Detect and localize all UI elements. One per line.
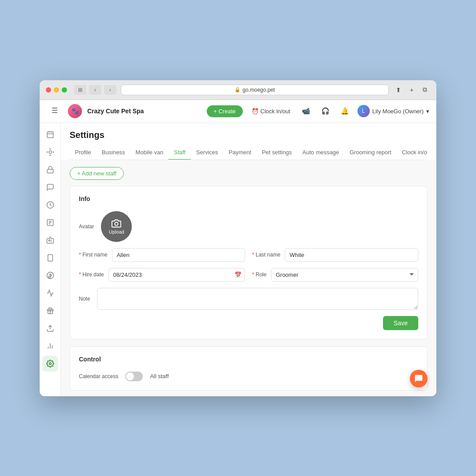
svg-rect-13 <box>48 254 52 261</box>
tab-business[interactable]: Business <box>97 145 130 160</box>
sidebar-item-money[interactable] <box>42 268 58 283</box>
tab-grooming-report[interactable]: Grooming report <box>344 145 397 160</box>
note-label: Note <box>79 296 90 302</box>
calendar-access-label: Calendar access <box>79 373 118 379</box>
name-row: First name Last name <box>79 248 418 262</box>
sidebar-item-calendar[interactable] <box>42 126 58 142</box>
note-textarea[interactable] <box>97 288 418 310</box>
hire-date-group: Hire date 📅 <box>79 268 245 282</box>
svg-point-4 <box>49 151 52 153</box>
notification-btn[interactable]: 🔔 <box>338 104 352 118</box>
chevron-down-icon: ▾ <box>426 108 429 115</box>
svg-point-23 <box>115 222 118 225</box>
note-row: Note <box>79 288 418 310</box>
hire-date-wrapper: 📅 <box>108 268 245 282</box>
hire-role-row: Hire date 📅 Role Groomer Mana <box>79 268 418 282</box>
sidebar-item-pets[interactable] <box>42 144 58 160</box>
browser-actions: ⬆ + ⧉ <box>393 85 430 95</box>
brand-logo: 🐾 <box>68 104 82 118</box>
avatar-upload[interactable]: Upload <box>101 211 132 242</box>
user-label: Lily MoeGo (Owner) <box>372 108 424 115</box>
tab-services[interactable]: Services <box>191 145 223 160</box>
lock-icon: 🔒 <box>234 87 241 93</box>
calendar-access-row: Calendar access All staff <box>79 372 418 381</box>
first-name-group: First name <box>79 248 245 262</box>
calendar-access-toggle[interactable] <box>125 372 143 381</box>
add-staff-button[interactable]: + Add new staff <box>70 167 124 180</box>
clock-in-button[interactable]: ⏰ Clock in/out <box>248 106 294 116</box>
forward-btn[interactable]: › <box>104 85 116 95</box>
sidebar-item-gift[interactable] <box>42 303 58 319</box>
create-button[interactable]: + Create <box>207 105 243 117</box>
last-name-group: Last name <box>252 248 418 262</box>
sidebar-item-id[interactable] <box>42 232 58 248</box>
sidebar-item-lock[interactable] <box>42 162 58 178</box>
video-icon-btn[interactable]: 📹 <box>299 104 313 118</box>
hire-date-label: Hire date <box>79 271 104 278</box>
tab-payment[interactable]: Payment <box>223 145 257 160</box>
sidebar-item-clock[interactable] <box>42 197 58 213</box>
info-card: Info Avatar Upload First <box>70 186 428 339</box>
tab-clock-in-out[interactable]: Clock in/out <box>397 145 428 160</box>
new-tab-btn[interactable]: + <box>406 85 417 95</box>
sidebar-item-chart[interactable] <box>42 338 58 354</box>
hire-date-input[interactable] <box>108 268 245 282</box>
minimize-button[interactable] <box>54 87 59 93</box>
chat-fab-button[interactable] <box>410 370 428 387</box>
page-header: Settings Profile Business Mobile van Sta… <box>61 123 436 160</box>
settings-tabs: Profile Business Mobile van Staff Servic… <box>70 145 428 160</box>
tab-profile[interactable]: Profile <box>70 145 97 160</box>
control-card: Control Calendar access All staff <box>70 346 428 390</box>
page-body: + Add new staff Info Avatar Upload <box>61 160 436 396</box>
clock-icon-small: ⏰ <box>252 108 259 115</box>
role-label: Role <box>252 271 267 278</box>
svg-rect-0 <box>47 132 53 138</box>
maximize-button[interactable] <box>62 87 67 93</box>
browser-titlebar: ⊞ ‹ › 🔒 go.moego.pet ⬆ + ⧉ <box>40 80 436 100</box>
tab-staff[interactable]: Staff <box>168 145 191 160</box>
sidebar-item-settings[interactable] <box>42 356 58 372</box>
app-inner: ☰ 🐾 Crazy Cute Pet Spa + Create ⏰ Clock … <box>40 100 436 396</box>
brand-name: Crazy Cute Pet Spa <box>87 108 144 115</box>
top-nav: ☰ 🐾 Crazy Cute Pet Spa + Create ⏰ Clock … <box>40 100 436 123</box>
main-area: Settings Profile Business Mobile van Sta… <box>61 123 436 396</box>
address-bar[interactable]: 🔒 go.moego.pet <box>121 85 389 95</box>
tab-pet-settings[interactable]: Pet settings <box>257 145 297 160</box>
headset-icon-btn[interactable]: 🎧 <box>319 104 333 118</box>
sidebar-item-reports[interactable] <box>42 215 58 231</box>
save-button[interactable]: Save <box>383 316 418 330</box>
info-card-title: Info <box>79 195 418 202</box>
avatar-label: Avatar <box>79 223 94 230</box>
upload-label: Upload <box>109 229 124 234</box>
svg-rect-5 <box>47 169 53 173</box>
tab-auto-message[interactable]: Auto message <box>297 145 344 160</box>
back-btn[interactable]: ‹ <box>89 85 101 95</box>
save-row: Save <box>79 316 418 330</box>
sidebar-item-messages[interactable] <box>42 179 58 195</box>
sidebar-item-upload[interactable] <box>42 320 58 336</box>
sidebar-item-device[interactable] <box>42 250 58 266</box>
url-text: go.moego.pet <box>242 87 275 93</box>
role-group: Role Groomer Manager Receptionist Owner <box>252 268 418 282</box>
avatar-row: Avatar Upload <box>79 211 418 242</box>
sidebar-item-marketing[interactable] <box>42 285 58 301</box>
close-button[interactable] <box>46 87 51 93</box>
sidebar-toggle-btn[interactable]: ⊞ <box>74 85 86 95</box>
tab-mobile-van[interactable]: Mobile van <box>130 145 169 160</box>
tabs-btn[interactable]: ⧉ <box>420 85 430 95</box>
svg-rect-11 <box>47 238 53 243</box>
user-avatar: L <box>357 105 370 117</box>
user-info[interactable]: L Lily MoeGo (Owner) ▾ <box>357 105 429 117</box>
share-btn[interactable]: ⬆ <box>393 85 404 95</box>
last-name-input[interactable] <box>285 248 418 262</box>
svg-point-22 <box>49 362 51 364</box>
sidebar <box>40 123 61 396</box>
traffic-lights <box>46 87 67 93</box>
browser-controls: ⊞ ‹ › <box>74 85 116 95</box>
page-title: Settings <box>70 130 428 140</box>
first-name-input[interactable] <box>112 248 245 262</box>
role-select[interactable]: Groomer Manager Receptionist Owner <box>271 268 418 282</box>
all-staff-label: All staff <box>150 373 168 379</box>
last-name-label: Last name <box>252 252 280 258</box>
hamburger-menu[interactable]: ☰ <box>47 102 63 118</box>
